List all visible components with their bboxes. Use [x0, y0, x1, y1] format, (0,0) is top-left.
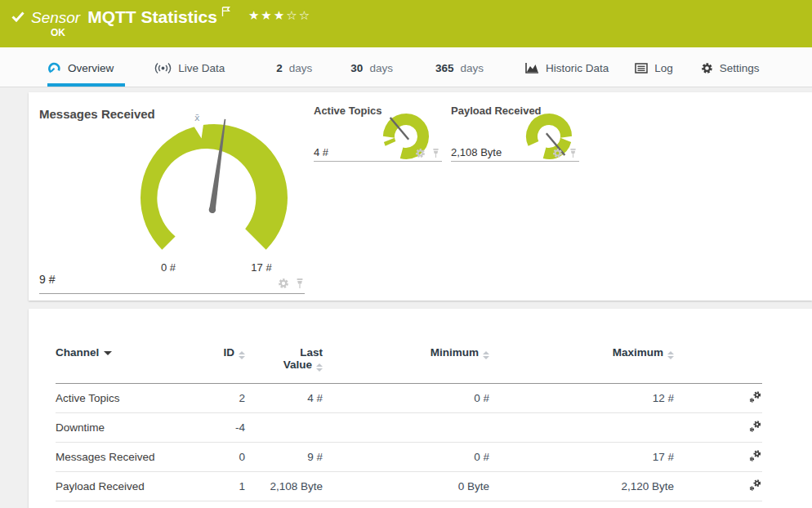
table-row[interactable]: Payload Received 1 2,108 Byte 0 Byte 2,1…: [56, 472, 762, 501]
table-header-row: Channel ID Last Value Minimum Maximum: [56, 338, 762, 384]
area-chart-icon: [525, 62, 539, 74]
gauge-payload-received[interactable]: Payload Received 2,108 Byte: [451, 105, 579, 166]
gauge-current-value: 2,108 Byte: [451, 146, 502, 158]
channel-settings-gears-icon[interactable]: [748, 449, 762, 463]
tab-30-days[interactable]: 30 days: [350, 47, 393, 87]
channel-last-value: 2,108 Byte: [245, 472, 323, 501]
tab-historic-data[interactable]: Historic Data: [525, 47, 609, 87]
tab-365-days[interactable]: 365 days: [435, 47, 484, 87]
channel-table: Channel ID Last Value Minimum Maximum: [56, 338, 762, 501]
gauge-active-topics[interactable]: Active Topics 4 #: [314, 105, 442, 166]
ok-check-icon: [11, 11, 25, 22]
tab-settings-label: Settings: [720, 62, 760, 74]
table-row[interactable]: Active Topics 2 4 # 0 # 12 #: [56, 384, 762, 413]
priority-stars[interactable]: ★★★☆☆: [248, 7, 311, 23]
column-header-id[interactable]: ID: [203, 338, 245, 384]
gauge-icon: [47, 61, 61, 75]
gauge-current-value: 4 #: [314, 146, 328, 158]
sort-icon: [316, 363, 323, 372]
column-header-minimum[interactable]: Minimum: [323, 338, 489, 384]
channel-maximum: [489, 413, 674, 443]
broadcast-icon: [154, 62, 172, 74]
sort-desc-icon: [104, 351, 112, 355]
sort-icon: [667, 351, 674, 359]
tab-historic-label: Historic Data: [546, 62, 609, 74]
channel-name[interactable]: Downtime: [56, 413, 203, 443]
table-row[interactable]: Messages Received 0 9 # 0 # 17 #: [56, 443, 762, 472]
channel-minimum: 0 #: [323, 443, 489, 472]
column-header-maximum[interactable]: Maximum: [489, 338, 674, 384]
gauge-underline: [314, 161, 442, 162]
pin-icon[interactable]: [569, 148, 578, 158]
gauge-settings-gear-icon[interactable]: [278, 278, 289, 289]
channel-id: 2: [203, 384, 245, 413]
sensor-status-header: Sensor MQTT Statistics ★★★☆☆ OK: [0, 0, 812, 47]
channels-panel: Channel ID Last Value Minimum Maximum: [29, 309, 812, 508]
average-marker-label: x̄: [194, 113, 200, 123]
tab-log[interactable]: Log: [635, 47, 673, 87]
sort-icon: [483, 351, 489, 359]
gauge-underline: [451, 161, 579, 162]
gauge-settings-gear-icon[interactable]: [552, 148, 563, 158]
sort-icon: [239, 351, 245, 359]
channel-last-value: 4 #: [245, 384, 323, 413]
tab-overview-label: Overview: [68, 62, 114, 74]
gauge-settings-gear-icon[interactable]: [415, 148, 426, 158]
column-header-channel[interactable]: Channel: [56, 338, 203, 384]
gauge-min-label: 0 #: [150, 261, 186, 274]
pin-icon[interactable]: [295, 278, 305, 289]
tab-overview[interactable]: Overview: [47, 47, 125, 87]
channel-id: -4: [203, 413, 245, 443]
status-badge: OK: [51, 27, 65, 38]
gauge-messages-received[interactable]: Messages Received x̄ 0 # 17 # 9 #: [39, 99, 305, 296]
gauges-panel: Messages Received x̄ 0 # 17 # 9 #: [29, 92, 812, 301]
gauge-max-label: 17 #: [243, 261, 279, 274]
channel-minimum: 0 #: [323, 384, 489, 413]
gauge-underline: [39, 293, 305, 294]
channel-name[interactable]: Payload Received: [56, 472, 203, 501]
sensor-type-label: Sensor: [31, 7, 80, 27]
column-header-actions: [674, 338, 762, 384]
channel-maximum: 2,120 Byte: [489, 472, 674, 501]
channel-name[interactable]: Active Topics: [56, 384, 203, 413]
channel-settings-gears-icon[interactable]: [748, 420, 762, 434]
tab-live-data[interactable]: Live Data: [154, 47, 225, 87]
tab-2-days[interactable]: 2 days: [276, 47, 312, 87]
tab-log-label: Log: [654, 62, 673, 74]
gauge-current-value: 9 #: [39, 273, 55, 286]
tab-bar: Overview Live Data 2 days 30 days 365 da…: [0, 47, 812, 87]
channel-id: 1: [203, 472, 245, 501]
channel-minimum: [323, 413, 489, 443]
channel-last-value: [245, 413, 323, 443]
channel-settings-gears-icon[interactable]: [748, 390, 762, 404]
tab-settings[interactable]: Settings: [701, 47, 760, 87]
primary-gauge-dial: x̄: [120, 104, 308, 292]
channel-maximum: 17 #: [489, 443, 674, 472]
channel-minimum: 0 Byte: [323, 472, 489, 501]
sensor-title: MQTT Statistics: [87, 7, 217, 27]
priority-flag-icon[interactable]: [221, 7, 230, 17]
tab-live-data-label: Live Data: [178, 62, 225, 74]
gear-icon: [701, 62, 713, 74]
column-header-last-value[interactable]: Last Value: [245, 338, 323, 384]
channel-settings-gears-icon[interactable]: [748, 479, 762, 492]
table-row[interactable]: Downtime -4: [56, 413, 762, 443]
channel-name[interactable]: Messages Received: [56, 443, 203, 472]
channel-last-value: 9 #: [245, 443, 323, 472]
log-list-icon: [635, 63, 648, 74]
pin-icon[interactable]: [431, 148, 440, 158]
channel-id: 0: [203, 443, 245, 472]
gauge-title: Active Topics: [314, 105, 382, 117]
channel-maximum: 12 #: [489, 384, 674, 413]
